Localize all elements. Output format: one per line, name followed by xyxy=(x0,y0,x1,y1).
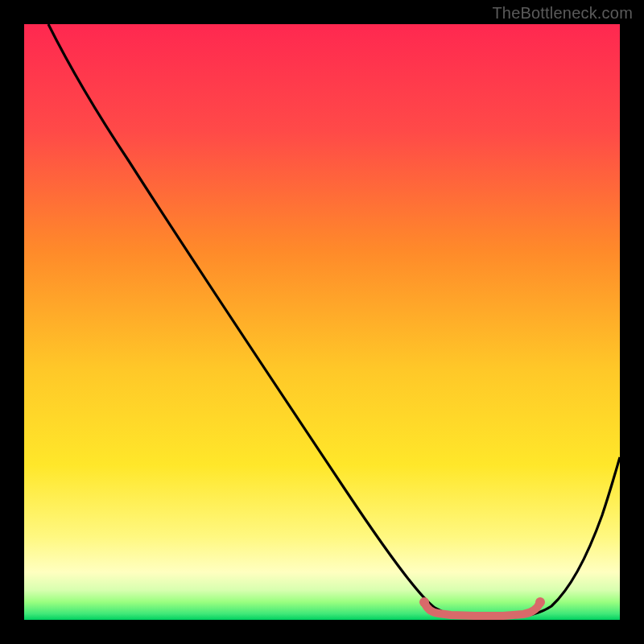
watermark-text: TheBottleneck.com xyxy=(492,4,633,23)
plot-area xyxy=(24,24,620,620)
marker-dot-right xyxy=(535,597,545,607)
curve-layer xyxy=(24,24,620,620)
chart-frame: TheBottleneck.com xyxy=(0,0,644,644)
marker-dot-left xyxy=(419,597,429,607)
optimal-region-marker xyxy=(424,602,540,616)
bottleneck-curve xyxy=(48,24,620,617)
